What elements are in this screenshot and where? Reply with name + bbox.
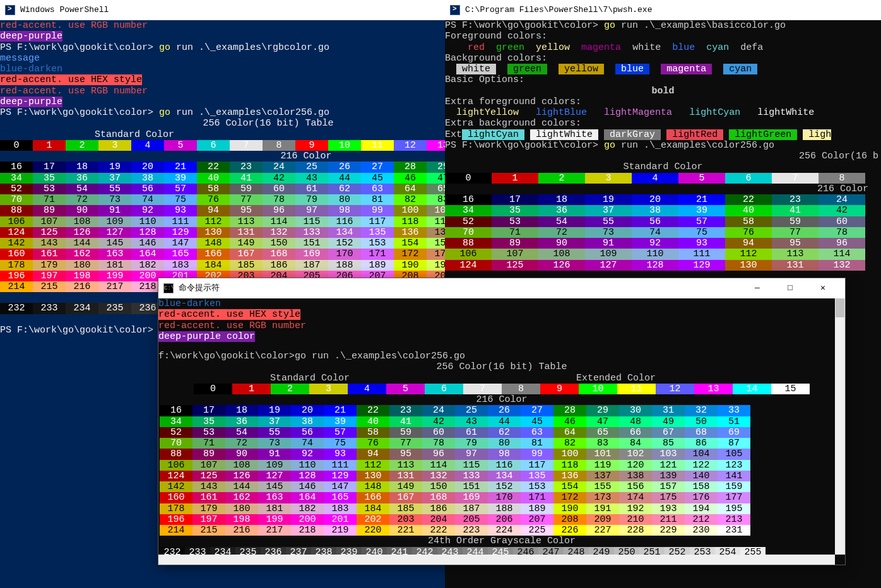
color-cell-101: 101 bbox=[586, 449, 619, 459]
color-cell-188: 188 bbox=[488, 503, 521, 514]
color-cell-39: 39 bbox=[324, 416, 357, 427]
maximize-button[interactable]: □ bbox=[781, 284, 800, 293]
minimize-button[interactable]: — bbox=[748, 284, 767, 293]
color-cell-134: 134 bbox=[328, 227, 361, 238]
color-cell-100: 100 bbox=[553, 449, 586, 459]
color-cell-99: 99 bbox=[521, 449, 553, 459]
color-cell-19: 19 bbox=[258, 405, 291, 416]
color-cell-17: 17 bbox=[192, 405, 225, 416]
color-cell-53: 53 bbox=[33, 184, 66, 194]
scrollbar-vertical[interactable] bbox=[835, 298, 845, 555]
color-cell-134: 134 bbox=[488, 471, 521, 481]
color-cell-36: 36 bbox=[538, 205, 585, 216]
color-cell-73: 73 bbox=[98, 194, 131, 205]
color-cell-167: 167 bbox=[230, 249, 263, 259]
titlebar-text: 命令提示符 bbox=[179, 284, 220, 293]
color-cell-78: 78 bbox=[263, 194, 295, 205]
scrollbar-horizontal[interactable] bbox=[158, 555, 835, 565]
powershell-icon bbox=[5, 5, 15, 15]
color-cell-81: 81 bbox=[361, 194, 394, 205]
color-cell-130: 130 bbox=[357, 471, 389, 481]
color-cell-212: 212 bbox=[685, 514, 718, 525]
color-cell-21: 21 bbox=[324, 405, 357, 416]
color-cell-2: 2 bbox=[271, 384, 309, 394]
color-cell-147: 147 bbox=[164, 238, 197, 249]
color-cell-88: 88 bbox=[445, 238, 492, 249]
color-cell-177: 177 bbox=[718, 492, 750, 503]
color-cell-0: 0 bbox=[445, 173, 492, 184]
color-cell-55: 55 bbox=[585, 216, 632, 227]
color-cell-73: 73 bbox=[258, 438, 291, 449]
color-cell-95: 95 bbox=[772, 238, 819, 249]
color-cell-201: 201 bbox=[324, 514, 357, 525]
color-cell-123: 123 bbox=[718, 460, 750, 471]
color-cell-126: 126 bbox=[538, 260, 585, 271]
color-cell-149: 149 bbox=[230, 238, 263, 249]
color-cell-205: 205 bbox=[455, 514, 488, 525]
color-cell-77: 77 bbox=[389, 438, 422, 449]
color-cell-233: 233 bbox=[33, 303, 66, 314]
color-cell-200: 200 bbox=[291, 514, 324, 525]
color-cell-169: 169 bbox=[455, 492, 488, 503]
color-cell-45: 45 bbox=[521, 416, 553, 427]
titlebar-cmd[interactable]: C:\ 命令提示符 — □ ✕ bbox=[158, 278, 845, 298]
color-cell-163: 163 bbox=[98, 249, 131, 259]
titlebar-text: C:\Program Files\PowerShell\7\pwsh.exe bbox=[465, 6, 652, 15]
color-cell-90: 90 bbox=[225, 449, 258, 459]
color-cell-198: 198 bbox=[66, 271, 98, 281]
color-cell-179: 179 bbox=[192, 503, 225, 514]
close-button[interactable]: ✕ bbox=[813, 284, 832, 293]
color-cell-170: 170 bbox=[488, 492, 521, 503]
scrollbar-thumb[interactable] bbox=[836, 298, 844, 317]
color-cell-78: 78 bbox=[819, 227, 865, 238]
color-cell-153: 153 bbox=[521, 481, 553, 492]
terminal-body-pwsh[interactable]: PS F:\work\go\gookit\color> go run .\_ex… bbox=[445, 20, 881, 271]
color-cell-92: 92 bbox=[291, 449, 324, 459]
color-cell-151: 151 bbox=[295, 238, 328, 249]
color-cell-18: 18 bbox=[225, 405, 258, 416]
color-cell-116: 116 bbox=[328, 216, 361, 227]
color-cell-56: 56 bbox=[131, 184, 164, 194]
color-cell-1: 1 bbox=[232, 384, 271, 394]
color-cell-150: 150 bbox=[422, 481, 455, 492]
color-cell-60: 60 bbox=[819, 216, 865, 227]
color-cell-44: 44 bbox=[488, 416, 521, 427]
color-cell-76: 76 bbox=[197, 194, 230, 205]
color-cell-169: 169 bbox=[295, 249, 328, 259]
color-cell-22: 22 bbox=[197, 162, 230, 172]
color-cell-218: 218 bbox=[291, 525, 324, 536]
color-cell-221: 221 bbox=[389, 525, 422, 536]
color-cell-62: 62 bbox=[488, 427, 521, 438]
color-cell-31: 31 bbox=[652, 405, 685, 416]
color-cell-16: 16 bbox=[445, 194, 492, 205]
color-cell-5: 5 bbox=[678, 173, 725, 184]
color-cell-131: 131 bbox=[230, 227, 263, 238]
color-cell-181: 181 bbox=[258, 503, 291, 514]
color-cell-96: 96 bbox=[263, 205, 295, 216]
terminal-body-cmd[interactable]: blue-darkenred-accent. use HEX stylered-… bbox=[158, 298, 845, 558]
color-cell-183: 183 bbox=[164, 260, 197, 271]
color-cell-159: 159 bbox=[718, 481, 750, 492]
color-cell-235: 235 bbox=[98, 303, 131, 314]
color-cell-84: 84 bbox=[619, 438, 652, 449]
color-cell-204: 204 bbox=[422, 514, 455, 525]
color-cell-43: 43 bbox=[455, 416, 488, 427]
color-cell-168: 168 bbox=[263, 249, 295, 259]
color-cell-24: 24 bbox=[422, 405, 455, 416]
color-cell-85: 85 bbox=[652, 438, 685, 449]
titlebar-pwsh[interactable]: C:\Program Files\PowerShell\7\pwsh.exe bbox=[445, 0, 881, 20]
titlebar-ps[interactable]: Windows PowerShell bbox=[0, 0, 448, 20]
color-cell-96: 96 bbox=[819, 238, 865, 249]
color-cell-152: 152 bbox=[488, 481, 521, 492]
color-cell-185: 185 bbox=[230, 260, 263, 271]
color-cell-61: 61 bbox=[295, 184, 328, 194]
color-cell-50: 50 bbox=[685, 416, 718, 427]
color-cell-127: 127 bbox=[98, 227, 131, 238]
color-cell-8: 8 bbox=[263, 140, 295, 151]
color-cell-7: 7 bbox=[463, 384, 502, 394]
color-cell-118: 118 bbox=[394, 216, 427, 227]
color-cell-80: 80 bbox=[328, 194, 361, 205]
color-cell-151: 151 bbox=[455, 481, 488, 492]
color-cell-229: 229 bbox=[652, 525, 685, 536]
color-cell-9: 9 bbox=[295, 140, 328, 151]
